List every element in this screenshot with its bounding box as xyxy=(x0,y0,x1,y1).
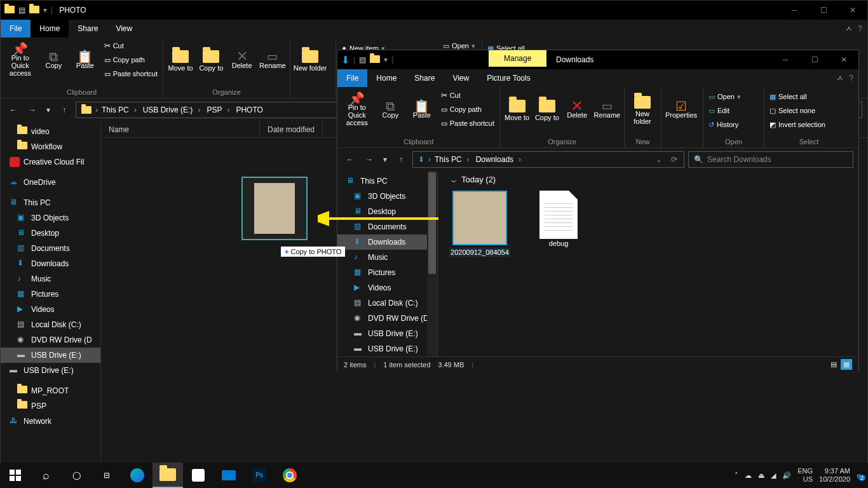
tab-file[interactable]: File xyxy=(1,20,31,37)
properties-button[interactable]: ☑Properties xyxy=(664,88,698,133)
qat-save-icon[interactable]: ▤ xyxy=(18,6,25,15)
dropdown-icon[interactable]: ⌄ xyxy=(652,155,666,164)
start-button[interactable] xyxy=(0,463,31,488)
nav-item-mp-root[interactable]: MP_ROOT xyxy=(1,383,100,398)
breadcrumb-item[interactable]: This PC xyxy=(99,105,139,114)
file-item-document[interactable]: debug xyxy=(528,191,589,257)
nav-item-workflow[interactable]: Workflow xyxy=(1,139,100,154)
taskbar[interactable]: ⌕ ◯ ⊟ Ps ˄ ☁ ⏏ ◢ 🔊 ENGUS 9:37 AM10/2/202… xyxy=(0,463,868,488)
qat-icon[interactable]: ▤ xyxy=(359,55,366,64)
copy-path-button[interactable]: ▭Copy path xyxy=(438,102,497,116)
select-all-button[interactable]: ▦Select all xyxy=(767,90,851,104)
edit-button[interactable]: ▭Edit xyxy=(706,104,761,118)
nav-item-usb-drive-e-[interactable]: ▬USB Drive (E:) xyxy=(337,341,437,356)
copy-button[interactable]: ⧉Copy xyxy=(376,88,406,133)
rename-button[interactable]: ▭Rename xyxy=(593,88,621,133)
move-to-button[interactable]: Move to xyxy=(503,88,531,133)
help-icon[interactable]: ? xyxy=(849,74,853,83)
tab-home[interactable]: Home xyxy=(31,20,69,37)
titlebar[interactable]: ▤ ▾ | PHOTO ─ ☐ ✕ xyxy=(1,1,867,20)
notification-button[interactable]: ▭2 xyxy=(857,471,863,480)
store-button[interactable] xyxy=(183,463,214,488)
nav-item-downloads[interactable]: ⬇Downloads xyxy=(1,256,100,271)
nav-item-pictures[interactable]: ▦Pictures xyxy=(1,287,100,302)
titlebar[interactable]: ⬇ | ▤ ▾ | Manage Downloads ─ ☐ ✕ xyxy=(337,50,858,69)
tab-manage[interactable]: Manage xyxy=(489,50,546,67)
nav-item-videos[interactable]: ▶Videos xyxy=(1,302,100,317)
recent-dropdown[interactable]: ▾ xyxy=(381,152,390,167)
nav-item-music[interactable]: ♪Music xyxy=(337,250,437,265)
copy-path-button[interactable]: ▭Copy path xyxy=(102,53,160,67)
new-folder-button[interactable]: New folder xyxy=(627,88,658,133)
copy-button[interactable]: ⧉Copy xyxy=(39,39,69,83)
copy-to-button[interactable]: Copy to xyxy=(532,88,561,133)
nav-item-psp[interactable]: PSP xyxy=(1,398,100,414)
breadcrumb-item[interactable]: USB Drive (E:) xyxy=(140,105,203,114)
close-button[interactable]: ✕ xyxy=(829,50,858,69)
nav-item-music[interactable]: ♪Music xyxy=(1,271,100,287)
column-date[interactable]: Date modified xyxy=(260,121,323,137)
nav-item-downloads[interactable]: ⬇Downloads xyxy=(337,234,437,250)
group-header[interactable]: Today (2) xyxy=(438,171,858,187)
chrome-button[interactable] xyxy=(275,463,305,488)
ribbon-collapse-icon[interactable]: ㅅ xyxy=(836,73,844,84)
cut-button[interactable]: Cut xyxy=(438,88,497,102)
qat-caret-icon[interactable]: ▾ xyxy=(43,6,47,15)
onedrive-icon[interactable]: ☁ xyxy=(745,471,752,480)
nav-item-3d-objects[interactable]: ▣3D Objects xyxy=(337,189,437,204)
invert-selection-button[interactable]: ◩Invert selection xyxy=(767,118,851,132)
tab-share[interactable]: Share xyxy=(405,69,444,87)
nav-item-documents[interactable]: ▥Documents xyxy=(1,241,100,256)
volume-icon[interactable]: 🔊 xyxy=(782,471,791,480)
nav-item-3d-objects[interactable]: ▣3D Objects xyxy=(1,210,100,226)
content-pane[interactable]: Today (2) 20200912_084054 debug xyxy=(438,171,858,356)
paste-button[interactable]: 📋Paste xyxy=(407,88,437,133)
paste-shortcut-button[interactable]: ▭Paste shortcut xyxy=(438,116,497,130)
close-button[interactable]: ✕ xyxy=(838,1,867,20)
refresh-button[interactable]: ⟳ xyxy=(667,155,681,164)
view-details-button[interactable]: ▤ xyxy=(828,359,839,370)
nav-item-local-disk-c-[interactable]: ▤Local Disk (C:) xyxy=(1,317,100,332)
system-tray[interactable]: ˄ ☁ ⏏ ◢ 🔊 ENGUS 9:37 AM10/2/2020 ▭2 xyxy=(735,463,868,488)
cut-button[interactable]: Cut xyxy=(102,39,160,53)
nav-item-usb-drive-e-[interactable]: ▬USB Drive (E:) xyxy=(1,363,100,378)
qat-dropdown-icon[interactable] xyxy=(29,6,39,15)
language-indicator[interactable]: ENGUS xyxy=(797,467,813,484)
breadcrumb-item[interactable]: Downloads xyxy=(473,155,524,164)
delete-button[interactable]: ✕Delete xyxy=(227,39,257,83)
tab-share[interactable]: Share xyxy=(69,20,107,37)
scrollbar[interactable] xyxy=(427,171,437,356)
help-icon[interactable]: ? xyxy=(858,24,862,33)
navigation-pane[interactable]: videoWorkflowCreative Cloud Fil☁OneDrive… xyxy=(1,121,101,463)
minimize-button[interactable]: ─ xyxy=(771,50,800,69)
back-button[interactable]: ← xyxy=(342,152,358,167)
nav-item-usb-drive-e-[interactable]: ▬USB Drive (E:) xyxy=(1,348,100,363)
open-button[interactable]: ▭Open▾ xyxy=(706,90,761,104)
paste-button[interactable]: 📋Paste xyxy=(70,39,100,83)
nav-item-this-pc[interactable]: 🖥This PC xyxy=(337,173,437,189)
nav-item-video[interactable]: video xyxy=(1,124,100,139)
tab-picture-tools[interactable]: Picture Tools xyxy=(478,69,539,87)
nav-item-onedrive[interactable]: ☁OneDrive xyxy=(1,175,100,190)
history-button[interactable]: ↺History xyxy=(706,118,761,132)
column-name[interactable]: Name xyxy=(101,121,260,137)
recent-dropdown[interactable]: ▾ xyxy=(44,102,53,118)
edge-button[interactable] xyxy=(122,463,153,488)
view-icons-button[interactable]: ▦ xyxy=(841,359,852,370)
task-view-button[interactable]: ⊟ xyxy=(92,463,122,488)
explorer-button[interactable] xyxy=(153,463,183,488)
nav-item-dvd-rw-drive-d[interactable]: ◉DVD RW Drive (D xyxy=(1,332,100,348)
pin-quick-access-button[interactable]: 📌Pin to Quick access xyxy=(3,39,37,83)
mail-button[interactable] xyxy=(214,463,244,488)
nav-item-desktop[interactable]: 🖥Desktop xyxy=(1,226,100,241)
nav-item-dvd-rw-drive-d[interactable]: ◉DVD RW Drive (D xyxy=(337,311,437,326)
tray-expand-icon[interactable]: ˄ xyxy=(735,471,738,480)
breadcrumb-item[interactable]: PHOTO xyxy=(233,105,270,114)
nav-item-videos[interactable]: ▶Videos xyxy=(337,280,437,295)
nav-item-local-disk-c-[interactable]: ▤Local Disk (C:) xyxy=(337,295,437,311)
nav-item-usb-drive-e-[interactable]: ▬USB Drive (E:) xyxy=(337,326,437,341)
forward-button[interactable]: → xyxy=(25,102,40,118)
maximize-button[interactable]: ☐ xyxy=(809,1,838,20)
qat-caret-icon[interactable]: ▾ xyxy=(384,55,388,64)
forward-button[interactable]: → xyxy=(362,152,377,167)
